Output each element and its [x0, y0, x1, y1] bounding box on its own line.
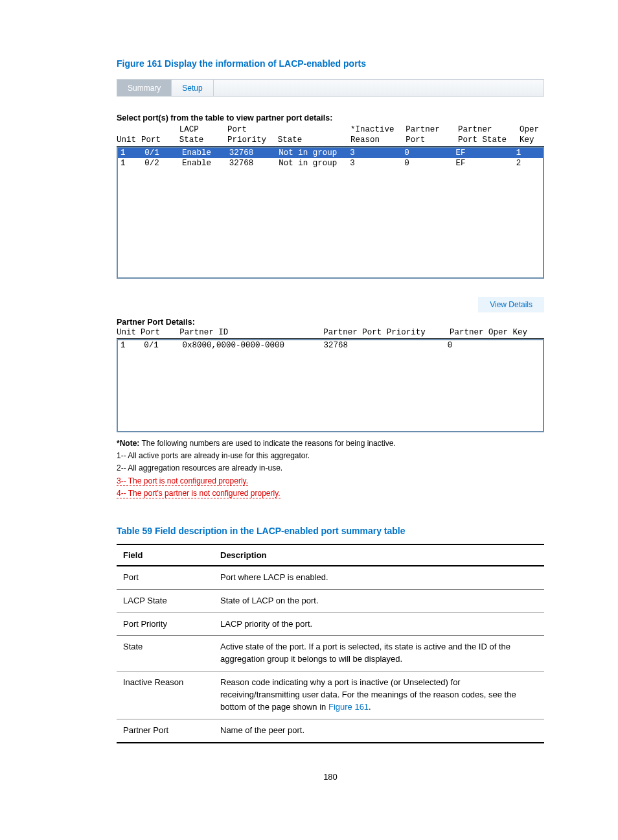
pcell-unit: 1	[120, 341, 144, 350]
tab-summary[interactable]: Summary	[117, 80, 172, 96]
cell-pstate: EF	[455, 148, 516, 158]
table-row: Inactive Reason Reason code indicating w…	[117, 671, 544, 719]
cell-pport: 0	[404, 148, 455, 158]
cell-pstate: EF	[455, 159, 516, 168]
th-field: Field	[117, 544, 214, 566]
field-name: Port	[117, 566, 214, 589]
pcell-pid: 0x8000,0000-0000-0000	[183, 341, 324, 350]
hdr-partner: Partner	[458, 125, 520, 134]
phdr-unit: Unit	[117, 328, 141, 337]
partner-table-body: 1 0/1 0x8000,0000-0000-0000 32768 0	[117, 339, 544, 432]
table-row[interactable]: 1 0/1 0x8000,0000-0000-0000 32768 0	[118, 340, 543, 351]
hdr-reason: Reason	[350, 135, 406, 145]
cell-reason: 3	[350, 148, 404, 158]
phdr-okey: Partner Oper Key	[450, 328, 544, 337]
hdr-blank	[117, 125, 141, 134]
phdr-pid: Partner ID	[179, 328, 323, 337]
page-number: 180	[117, 772, 544, 782]
note-label: *Note:	[117, 439, 139, 448]
cell-lacp: Enable	[182, 148, 229, 158]
hdr-inactive: *Inactive	[350, 125, 406, 134]
th-description: Description	[214, 544, 544, 566]
cell-lacp: Enable	[182, 159, 229, 168]
field-name: LACP State	[117, 589, 214, 612]
field-desc: Name of the peer port.	[214, 719, 544, 742]
cell-unit: 1	[120, 159, 144, 168]
pcell-okey: 0	[448, 341, 540, 350]
notes-section: *Note: The following numbers are used to…	[117, 438, 544, 500]
field-name: Partner Port	[117, 719, 214, 742]
field-name: State	[117, 636, 214, 671]
figure-title: Figure 161 Display the information of LA…	[117, 58, 544, 69]
hdr-pport: Port	[406, 135, 458, 145]
phdr-port: Port	[141, 328, 179, 337]
tab-setup[interactable]: Setup	[172, 80, 213, 96]
field-desc: LACP priority of the port.	[214, 612, 544, 636]
pcell-prio: 32768	[323, 341, 447, 350]
hdr-port: Port	[141, 135, 179, 145]
cell-prio: 32768	[229, 148, 279, 158]
pcell-port: 0/1	[144, 341, 182, 350]
field-desc: Port where LACP is enabled.	[214, 566, 544, 589]
hdr-state2: State	[278, 135, 350, 145]
cell-unit: 1	[120, 148, 144, 158]
reason-3: 3-- The port is not configured properly.	[117, 476, 248, 486]
field-desc: Reason code indicating why a port is ina…	[214, 671, 544, 719]
note-text: The following numbers are used to indica…	[139, 439, 395, 448]
reason-2: 2-- All aggregation resources are alread…	[117, 462, 544, 474]
figure-link[interactable]: Figure 161	[328, 702, 369, 712]
cell-okey: 2	[516, 159, 540, 168]
hdr-key: Key	[520, 135, 544, 145]
cell-state: Not in group	[279, 148, 350, 158]
cell-reason: 3	[350, 159, 404, 168]
tab-bar: Summary Setup	[117, 79, 544, 97]
cell-prio: 32768	[229, 159, 279, 168]
hdr-oper: Oper	[520, 125, 544, 134]
table-row: Partner Port Name of the peer port.	[117, 719, 544, 742]
hdr-priority: Priority	[227, 135, 278, 145]
lacp-ports-table: LACP Port *Inactive Partner Partner Oper…	[117, 124, 544, 279]
field-desc: State of LACP on the port.	[214, 589, 544, 612]
cell-pport: 0	[404, 159, 455, 168]
phdr-prio: Partner Port Priority	[323, 328, 450, 337]
hdr-lacp: LACP	[179, 125, 227, 134]
table-row[interactable]: 1 0/1 Enable 32768 Not in group 3 0 EF 1	[118, 148, 543, 158]
table-row: State Active state of the port. If a por…	[117, 636, 544, 671]
hdr-port: Port	[227, 125, 278, 134]
hdr-pstate: Port State	[458, 135, 520, 145]
instruction-text: Select port(s) from the table to view pa…	[117, 113, 544, 122]
cell-port: 0/1	[144, 148, 182, 158]
ports-table-body: 1 0/1 Enable 32768 Not in group 3 0 EF 1…	[117, 146, 544, 279]
reason-4: 4-- The port's partner is not configured…	[117, 489, 280, 498]
hdr-partner: Partner	[406, 125, 458, 134]
hdr-unit: Unit	[117, 135, 141, 145]
table-row: Port Priority LACP priority of the port.	[117, 612, 544, 636]
table-row: LACP State State of LACP on the port.	[117, 589, 544, 612]
cell-port: 0/2	[144, 159, 182, 168]
reason-1: 1-- All active ports are already in-use …	[117, 450, 544, 462]
hdr-state: State	[179, 135, 227, 145]
partner-header: Unit Port Partner ID Partner Port Priori…	[117, 327, 544, 339]
hdr-blank	[141, 125, 179, 134]
table-row[interactable]: 1 0/2 Enable 32768 Not in group 3 0 EF 2	[118, 158, 543, 169]
field-desc: Active state of the port. If a port is s…	[214, 636, 544, 671]
field-name: Inactive Reason	[117, 671, 214, 719]
cell-state: Not in group	[279, 159, 350, 168]
partner-details-label: Partner Port Details:	[117, 318, 544, 327]
hdr-blank	[278, 125, 350, 134]
field-name: Port Priority	[117, 612, 214, 636]
cell-okey: 1	[516, 148, 540, 158]
table-row: Port Port where LACP is enabled.	[117, 566, 544, 589]
table-title: Table 59 Field description in the LACP-e…	[117, 526, 544, 536]
field-description-table: Field Description Port Port where LACP i…	[117, 544, 544, 743]
view-details-button[interactable]: View Details	[478, 297, 544, 312]
